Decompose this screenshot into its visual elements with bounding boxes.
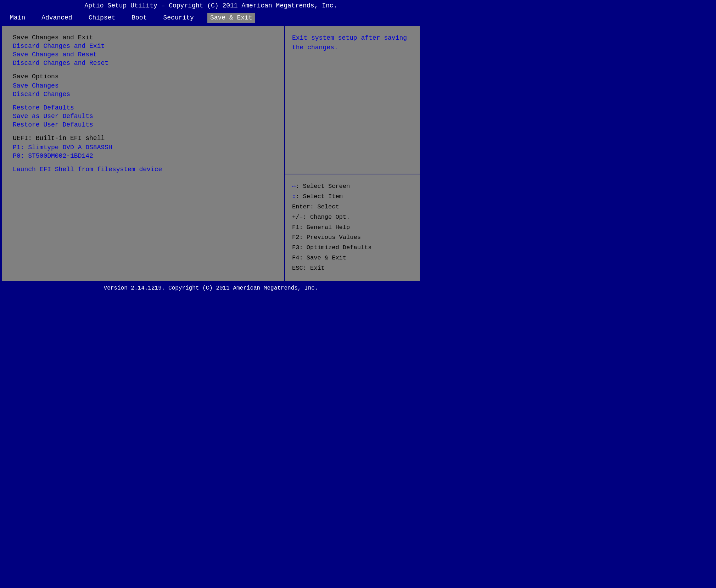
footer-bar: Version 2.14.1219. Copyright (C) 2011 Am… <box>0 283 422 293</box>
menu-item-0-2[interactable]: Save Changes and Reset <box>13 50 274 59</box>
menu-section-2: Restore DefaultsSave as User DefaultsRes… <box>13 103 274 129</box>
nav-item-security[interactable]: Security <box>160 13 196 23</box>
key-legend-item-5: F2: Previous Values <box>292 233 413 243</box>
key-legend-item-4: F1: General Help <box>292 223 413 233</box>
content-area: Save Changes and ExitDiscard Changes and… <box>1 26 420 281</box>
key-legend-item-2: Enter: Select <box>292 202 413 212</box>
menu-item-0-3[interactable]: Discard Changes and Reset <box>13 59 274 67</box>
key-legend-item-8: ESC: Exit <box>292 263 413 274</box>
menu-item-2-0[interactable]: Restore Defaults <box>13 103 274 112</box>
title-bar: Aptio Setup Utility – Copyright (C) 2011… <box>0 0 422 11</box>
key-legend-item-6: F3: Optimized Defaults <box>292 243 413 253</box>
key-legend-item-1: ↕: Select Item <box>292 192 413 202</box>
key-legend-item-3: +/–: Change Opt. <box>292 212 413 223</box>
nav-item-boot[interactable]: Boot <box>129 13 150 23</box>
menu-item-3-1[interactable]: P0: ST500DM002-1BD142 <box>13 152 274 160</box>
nav-item-main[interactable]: Main <box>7 13 28 23</box>
help-text: Exit system setup after saving the chang… <box>292 34 407 51</box>
key-legend-item-0: ↔: Select Screen <box>292 181 413 192</box>
menu-item-1-1[interactable]: Discard Changes <box>13 90 274 99</box>
left-panel: Save Changes and ExitDiscard Changes and… <box>2 26 285 281</box>
title-text: Aptio Setup Utility – Copyright (C) 2011… <box>85 2 337 9</box>
menu-item-0-0[interactable]: Save Changes and Exit <box>13 33 274 42</box>
nav-bar: MainAdvancedChipsetBootSecuritySave & Ex… <box>0 11 422 24</box>
key-legend-item-7: F4: Save & Exit <box>292 253 413 263</box>
help-description: Exit system setup after saving the chang… <box>285 26 420 174</box>
menu-section-3: UEFI: Built-in EFI shellP1: Slimtype DVD… <box>13 134 274 160</box>
menu-item-3-0[interactable]: P1: Slimtype DVD A DS8A9SH <box>13 143 274 152</box>
menu-section-0: Save Changes and ExitDiscard Changes and… <box>13 33 274 67</box>
menu-item-4-0[interactable]: Launch EFI Shell from filesystem device <box>13 165 274 174</box>
menu-item-2-1[interactable]: Save as User Defaults <box>13 112 274 121</box>
menu-section-4: Launch EFI Shell from filesystem device <box>13 165 274 174</box>
nav-item-chipset[interactable]: Chipset <box>86 13 118 23</box>
section-header-3: UEFI: Built-in EFI shell <box>13 134 274 142</box>
menu-item-1-0[interactable]: Save Changes <box>13 82 274 90</box>
footer-text: Version 2.14.1219. Copyright (C) 2011 Am… <box>104 285 318 291</box>
menu-section-1: Save OptionsSave ChangesDiscard Changes <box>13 72 274 99</box>
nav-item-save---exit[interactable]: Save & Exit <box>207 13 255 23</box>
section-header-1: Save Options <box>13 72 274 81</box>
menu-item-0-1[interactable]: Discard Changes and Exit <box>13 42 274 50</box>
key-legend: ↔: Select Screen↕: Select ItemEnter: Sel… <box>285 174 420 281</box>
nav-item-advanced[interactable]: Advanced <box>39 13 75 23</box>
menu-item-2-2[interactable]: Restore User Defaults <box>13 121 274 129</box>
right-panel: Exit system setup after saving the chang… <box>285 26 420 281</box>
